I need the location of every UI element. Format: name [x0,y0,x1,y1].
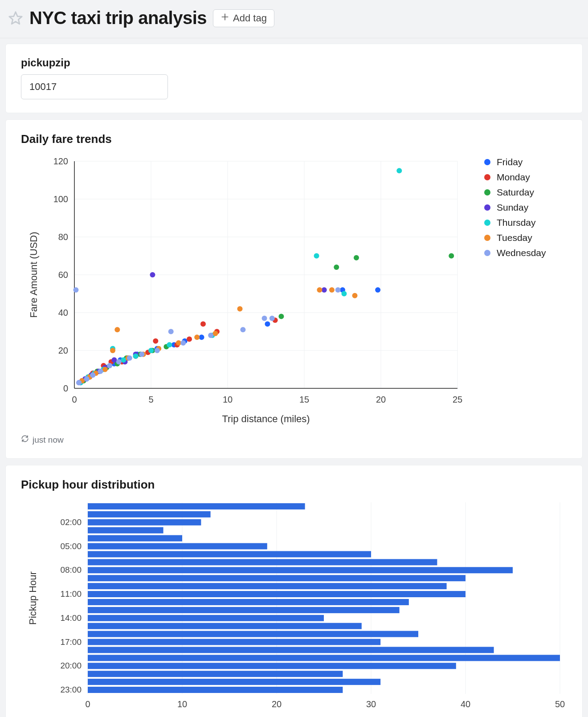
svg-text:25: 25 [453,395,462,404]
svg-point-131 [262,316,267,321]
legend-label: Monday [497,172,530,183]
svg-text:10: 10 [223,395,233,404]
svg-text:10: 10 [177,699,187,709]
svg-point-122 [107,363,112,368]
svg-rect-151 [88,543,267,550]
svg-point-76 [354,255,359,261]
svg-point-100 [396,168,402,173]
svg-text:40: 40 [461,699,470,709]
svg-text:Trip distance (miles): Trip distance (miles) [222,413,310,424]
svg-point-93 [121,357,126,363]
svg-point-104 [102,367,108,372]
legend-dot [484,189,490,196]
svg-point-74 [278,314,284,319]
refresh-status[interactable]: just now [21,435,567,445]
svg-text:80: 80 [58,232,68,242]
legend-item[interactable]: Thursday [484,217,546,228]
svg-text:100: 100 [53,194,68,204]
legend-item[interactable]: Saturday [484,187,546,198]
svg-rect-169 [88,687,343,693]
page-header: NYC taxi trip analysis Add tag [0,0,588,38]
svg-point-62 [200,322,206,327]
legend-label: Thursday [497,217,536,228]
scatter-legend: FridayMondaySaturdaySundayThursdayTuesda… [484,152,546,428]
svg-rect-150 [88,535,182,542]
svg-point-114 [317,287,322,293]
svg-text:0: 0 [72,395,77,404]
scatter-plot: 0510152025020406080100120Trip distance (… [21,152,466,428]
refresh-icon [21,435,29,445]
svg-point-128 [180,340,186,346]
svg-point-126 [155,348,160,353]
svg-text:20: 20 [376,395,386,404]
legend-item[interactable]: Wednesday [484,248,546,258]
refresh-label: just now [33,435,64,445]
svg-marker-0 [9,12,22,24]
svg-rect-146 [88,503,305,509]
svg-point-75 [334,265,339,270]
svg-text:50: 50 [555,699,565,709]
star-icon[interactable] [8,11,23,26]
legend-item[interactable]: Monday [484,172,546,183]
svg-point-106 [114,327,120,332]
pickupzip-input[interactable] [21,74,168,99]
page-title: NYC taxi trip analysis [29,8,207,28]
legend-item[interactable]: Sunday [484,202,546,213]
svg-rect-162 [88,631,418,637]
svg-rect-166 [88,663,456,669]
svg-text:60: 60 [58,270,68,280]
svg-text:120: 120 [53,156,68,166]
svg-rect-164 [88,647,494,653]
svg-text:15: 15 [299,395,309,404]
legend-item[interactable]: Tuesday [484,232,546,243]
svg-rect-165 [88,655,560,661]
svg-point-94 [133,354,139,359]
svg-text:Pickup Hour: Pickup Hour [27,571,38,625]
svg-rect-149 [88,527,163,534]
svg-rect-158 [88,599,409,605]
svg-point-117 [73,287,78,293]
svg-text:20:00: 20:00 [60,661,82,670]
legend-dot [484,174,490,180]
svg-point-77 [449,253,454,259]
svg-rect-168 [88,679,380,685]
legend-label: Sunday [497,202,528,213]
add-tag-label: Add tag [233,12,267,24]
svg-point-112 [212,331,218,336]
svg-text:0: 0 [85,699,90,709]
svg-point-123 [116,359,122,365]
param-label: pickupzip [21,57,567,69]
add-tag-button[interactable]: Add tag [213,9,274,27]
legend-label: Tuesday [497,232,532,243]
svg-rect-163 [88,639,380,645]
svg-rect-161 [88,623,362,629]
svg-rect-148 [88,519,201,526]
svg-rect-159 [88,607,400,613]
svg-point-86 [150,272,155,277]
svg-point-98 [314,253,319,259]
svg-point-46 [199,334,204,340]
svg-text:5: 5 [148,395,153,404]
plus-icon [220,12,229,24]
svg-point-105 [110,348,115,353]
svg-point-125 [139,352,144,357]
svg-point-121 [98,369,103,374]
svg-point-83 [111,357,117,363]
svg-point-129 [208,333,213,338]
legend-label: Saturday [497,187,534,198]
svg-point-115 [329,287,335,293]
svg-point-49 [375,287,380,293]
svg-text:02:00: 02:00 [60,517,82,527]
svg-rect-152 [88,551,371,557]
svg-text:05:00: 05:00 [60,542,82,551]
parameter-card: pickupzip [5,44,583,113]
svg-text:14:00: 14:00 [60,613,82,623]
svg-point-124 [127,355,132,361]
svg-point-118 [76,380,82,385]
legend-item[interactable]: Friday [484,157,546,167]
svg-point-61 [187,337,192,342]
svg-text:20: 20 [272,699,282,709]
svg-point-99 [341,291,347,297]
svg-rect-167 [88,671,343,677]
svg-rect-157 [88,591,466,597]
